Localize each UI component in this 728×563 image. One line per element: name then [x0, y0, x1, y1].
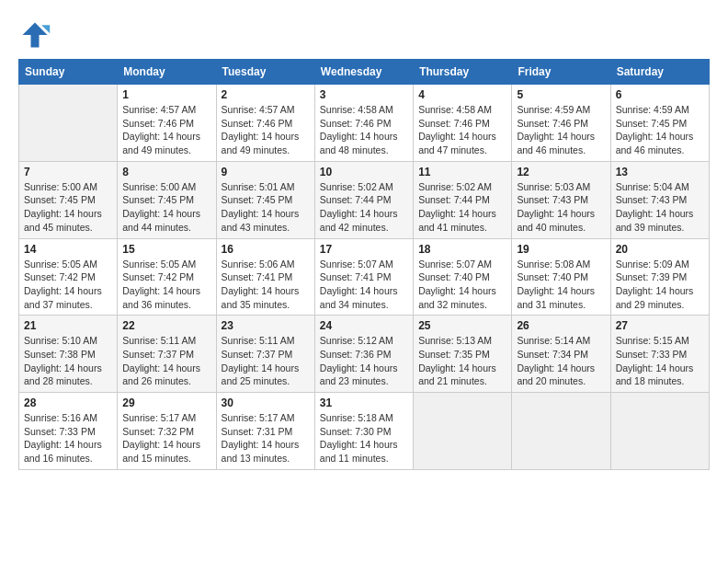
calendar-cell: 8Sunrise: 5:00 AM Sunset: 7:45 PM Daylig…: [118, 161, 216, 238]
day-number: 10: [320, 166, 408, 178]
calendar-cell: [414, 393, 512, 470]
day-info: Sunrise: 5:16 AM Sunset: 7:33 PM Dayligh…: [24, 411, 112, 465]
day-info: Sunrise: 5:03 AM Sunset: 7:43 PM Dayligh…: [517, 180, 605, 235]
day-number: 31: [320, 396, 408, 409]
calendar-cell: 25Sunrise: 5:13 AM Sunset: 7:35 PM Dayli…: [414, 316, 512, 393]
calendar-cell: 24Sunrise: 5:12 AM Sunset: 7:36 PM Dayli…: [314, 316, 413, 393]
day-info: Sunrise: 5:14 AM Sunset: 7:34 PM Dayligh…: [517, 334, 605, 388]
calendar-cell: [19, 85, 118, 162]
day-info: Sunrise: 4:57 AM Sunset: 7:46 PM Dayligh…: [122, 103, 210, 157]
day-info: Sunrise: 5:00 AM Sunset: 7:45 PM Dayligh…: [122, 180, 210, 235]
day-info: Sunrise: 5:09 AM Sunset: 7:39 PM Dayligh…: [616, 258, 704, 312]
calendar-cell: 26Sunrise: 5:14 AM Sunset: 7:34 PM Dayli…: [512, 316, 610, 393]
calendar-header-row: SundayMondayTuesdayWednesdayThursdayFrid…: [19, 60, 710, 85]
calendar-cell: 18Sunrise: 5:07 AM Sunset: 7:40 PM Dayli…: [414, 238, 512, 316]
day-info: Sunrise: 5:12 AM Sunset: 7:36 PM Dayligh…: [320, 334, 408, 388]
calendar-week-row: 28Sunrise: 5:16 AM Sunset: 7:33 PM Dayli…: [19, 393, 710, 470]
calendar-cell: 9Sunrise: 5:01 AM Sunset: 7:45 PM Daylig…: [216, 161, 314, 238]
day-number: 11: [418, 166, 506, 178]
calendar-cell: 27Sunrise: 5:15 AM Sunset: 7:33 PM Dayli…: [610, 316, 709, 393]
day-number: 26: [517, 319, 605, 332]
day-info: Sunrise: 5:02 AM Sunset: 7:44 PM Dayligh…: [320, 180, 408, 235]
day-number: 18: [418, 243, 506, 256]
day-info: Sunrise: 5:06 AM Sunset: 7:41 PM Dayligh…: [222, 258, 310, 312]
day-info: Sunrise: 5:17 AM Sunset: 7:32 PM Dayligh…: [122, 411, 210, 465]
calendar-cell: 28Sunrise: 5:16 AM Sunset: 7:33 PM Dayli…: [19, 393, 118, 470]
calendar-cell: 7Sunrise: 5:00 AM Sunset: 7:45 PM Daylig…: [19, 161, 118, 238]
day-number: 21: [24, 319, 112, 332]
day-info: Sunrise: 5:13 AM Sunset: 7:35 PM Dayligh…: [418, 334, 506, 388]
day-number: 17: [320, 243, 408, 256]
calendar-week-row: 14Sunrise: 5:05 AM Sunset: 7:42 PM Dayli…: [19, 238, 710, 316]
day-number: 3: [320, 88, 408, 101]
calendar-header-monday: Monday: [118, 60, 216, 85]
calendar-header-tuesday: Tuesday: [216, 60, 314, 85]
day-number: 23: [222, 319, 310, 332]
day-number: 30: [222, 396, 310, 409]
day-number: 28: [24, 396, 112, 409]
calendar-cell: 5Sunrise: 4:59 AM Sunset: 7:46 PM Daylig…: [512, 85, 610, 162]
calendar-cell: 17Sunrise: 5:07 AM Sunset: 7:41 PM Dayli…: [314, 238, 413, 316]
calendar-week-row: 1Sunrise: 4:57 AM Sunset: 7:46 PM Daylig…: [19, 85, 710, 162]
calendar-cell: 22Sunrise: 5:11 AM Sunset: 7:37 PM Dayli…: [118, 316, 216, 393]
day-info: Sunrise: 5:18 AM Sunset: 7:30 PM Dayligh…: [320, 411, 408, 465]
day-number: 4: [418, 88, 506, 101]
calendar-table: SundayMondayTuesdayWednesdayThursdayFrid…: [18, 59, 710, 470]
calendar-week-row: 21Sunrise: 5:10 AM Sunset: 7:38 PM Dayli…: [19, 316, 710, 393]
day-info: Sunrise: 5:04 AM Sunset: 7:43 PM Dayligh…: [616, 180, 704, 235]
calendar-cell: 20Sunrise: 5:09 AM Sunset: 7:39 PM Dayli…: [610, 238, 709, 316]
calendar-cell: 4Sunrise: 4:58 AM Sunset: 7:46 PM Daylig…: [414, 85, 512, 162]
calendar-cell: 13Sunrise: 5:04 AM Sunset: 7:43 PM Dayli…: [610, 161, 709, 238]
day-number: 14: [24, 243, 112, 256]
day-number: 27: [616, 319, 704, 332]
calendar-cell: 23Sunrise: 5:11 AM Sunset: 7:37 PM Dayli…: [216, 316, 314, 393]
day-number: 15: [122, 243, 210, 256]
calendar-cell: 21Sunrise: 5:10 AM Sunset: 7:38 PM Dayli…: [19, 316, 118, 393]
calendar-cell: 30Sunrise: 5:17 AM Sunset: 7:31 PM Dayli…: [216, 393, 314, 470]
page-header: [18, 18, 710, 52]
day-info: Sunrise: 5:11 AM Sunset: 7:37 PM Dayligh…: [222, 334, 310, 388]
calendar-cell: 12Sunrise: 5:03 AM Sunset: 7:43 PM Dayli…: [512, 161, 610, 238]
day-info: Sunrise: 4:59 AM Sunset: 7:46 PM Dayligh…: [517, 103, 605, 157]
day-number: 13: [616, 166, 704, 178]
day-info: Sunrise: 5:17 AM Sunset: 7:31 PM Dayligh…: [222, 411, 310, 465]
day-info: Sunrise: 5:02 AM Sunset: 7:44 PM Dayligh…: [418, 180, 506, 235]
day-number: 12: [517, 166, 605, 178]
day-number: 24: [320, 319, 408, 332]
day-number: 1: [122, 88, 210, 101]
calendar-cell: 6Sunrise: 4:59 AM Sunset: 7:45 PM Daylig…: [610, 85, 709, 162]
calendar-cell: 29Sunrise: 5:17 AM Sunset: 7:32 PM Dayli…: [118, 393, 216, 470]
calendar-cell: 11Sunrise: 5:02 AM Sunset: 7:44 PM Dayli…: [414, 161, 512, 238]
calendar-cell: 3Sunrise: 4:58 AM Sunset: 7:46 PM Daylig…: [314, 85, 413, 162]
calendar-cell: [610, 393, 709, 470]
day-number: 22: [122, 319, 210, 332]
day-info: Sunrise: 4:58 AM Sunset: 7:46 PM Dayligh…: [418, 103, 506, 157]
calendar-header-friday: Friday: [512, 60, 610, 85]
day-info: Sunrise: 5:00 AM Sunset: 7:45 PM Dayligh…: [24, 180, 112, 235]
day-info: Sunrise: 5:05 AM Sunset: 7:42 PM Dayligh…: [122, 258, 210, 312]
day-info: Sunrise: 4:59 AM Sunset: 7:45 PM Dayligh…: [616, 103, 704, 157]
day-number: 29: [122, 396, 210, 409]
day-number: 2: [222, 88, 310, 101]
calendar-header-thursday: Thursday: [414, 60, 512, 85]
day-info: Sunrise: 5:05 AM Sunset: 7:42 PM Dayligh…: [24, 258, 112, 312]
day-number: 9: [222, 166, 310, 178]
day-number: 6: [616, 88, 704, 101]
calendar-header-wednesday: Wednesday: [314, 60, 413, 85]
calendar-cell: 19Sunrise: 5:08 AM Sunset: 7:40 PM Dayli…: [512, 238, 610, 316]
day-info: Sunrise: 4:58 AM Sunset: 7:46 PM Dayligh…: [320, 103, 408, 157]
calendar-cell: 16Sunrise: 5:06 AM Sunset: 7:41 PM Dayli…: [216, 238, 314, 316]
day-info: Sunrise: 5:07 AM Sunset: 7:40 PM Dayligh…: [418, 258, 506, 312]
day-info: Sunrise: 5:01 AM Sunset: 7:45 PM Dayligh…: [222, 180, 310, 235]
calendar-cell: 14Sunrise: 5:05 AM Sunset: 7:42 PM Dayli…: [19, 238, 118, 316]
calendar-cell: 15Sunrise: 5:05 AM Sunset: 7:42 PM Dayli…: [118, 238, 216, 316]
logo: [18, 18, 55, 52]
logo-icon: [18, 18, 51, 52]
calendar-cell: 31Sunrise: 5:18 AM Sunset: 7:30 PM Dayli…: [314, 393, 413, 470]
calendar-cell: 1Sunrise: 4:57 AM Sunset: 7:46 PM Daylig…: [118, 85, 216, 162]
day-number: 7: [24, 166, 112, 178]
calendar-cell: [512, 393, 610, 470]
day-number: 5: [517, 88, 605, 101]
calendar-cell: 10Sunrise: 5:02 AM Sunset: 7:44 PM Dayli…: [314, 161, 413, 238]
day-number: 25: [418, 319, 506, 332]
